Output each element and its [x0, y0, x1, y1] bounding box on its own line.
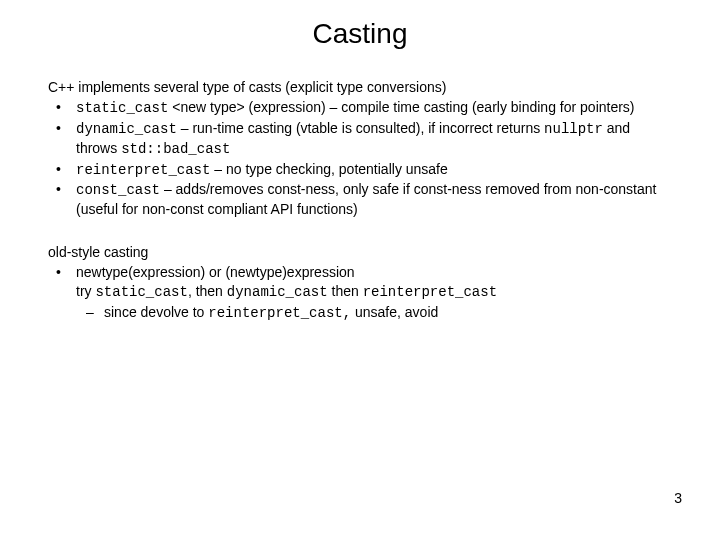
- list-item: static_cast <new type> (expression) – co…: [48, 98, 672, 118]
- code-static-cast: static_cast: [95, 284, 187, 300]
- sub-list: since devolve to reinterpret_cast, unsaf…: [76, 303, 672, 323]
- intro-text: C++ implements several type of casts (ex…: [48, 78, 672, 97]
- old-style-section: old-style casting newtype(expression) or…: [48, 243, 672, 323]
- text: unsafe, avoid: [351, 304, 438, 320]
- old-style-list: newtype(expression) or (newtype)expressi…: [48, 263, 672, 323]
- text: newtype(expression) or (newtype)expressi…: [76, 264, 355, 280]
- code-dynamic-cast: dynamic_cast: [227, 284, 328, 300]
- page-number: 3: [674, 490, 682, 506]
- list-item: newtype(expression) or (newtype)expressi…: [48, 263, 672, 323]
- text: – adds/removes const-ness, only safe if …: [76, 181, 656, 217]
- code-nullptr: nullptr: [544, 121, 603, 137]
- list-item: reinterpret_cast – no type checking, pot…: [48, 160, 672, 180]
- code-static-cast: static_cast: [76, 100, 168, 116]
- list-item: dynamic_cast – run-time casting (vtable …: [48, 119, 672, 159]
- text: since devolve to: [104, 304, 208, 320]
- code-reinterpret-cast: reinterpret_cast: [76, 162, 210, 178]
- text: , then: [188, 283, 227, 299]
- code-const-cast: const_cast: [76, 182, 160, 198]
- sub-list-item: since devolve to reinterpret_cast, unsaf…: [76, 303, 672, 323]
- main-section: C++ implements several type of casts (ex…: [48, 78, 672, 219]
- text: – no type checking, potentially unsafe: [210, 161, 447, 177]
- code-reinterpret-cast: reinterpret_cast,: [208, 305, 351, 321]
- code-bad-cast: std::bad_cast: [121, 141, 230, 157]
- text: try: [76, 283, 95, 299]
- slide-title: Casting: [48, 18, 672, 50]
- cast-list: static_cast <new type> (expression) – co…: [48, 98, 672, 219]
- text: then: [328, 283, 363, 299]
- text: – run-time casting (vtable is consulted)…: [177, 120, 544, 136]
- old-style-heading: old-style casting: [48, 243, 672, 262]
- code-dynamic-cast: dynamic_cast: [76, 121, 177, 137]
- code-reinterpret-cast: reinterpret_cast: [363, 284, 497, 300]
- list-item: const_cast – adds/removes const-ness, on…: [48, 180, 672, 219]
- text: <new type> (expression) – compile time c…: [168, 99, 634, 115]
